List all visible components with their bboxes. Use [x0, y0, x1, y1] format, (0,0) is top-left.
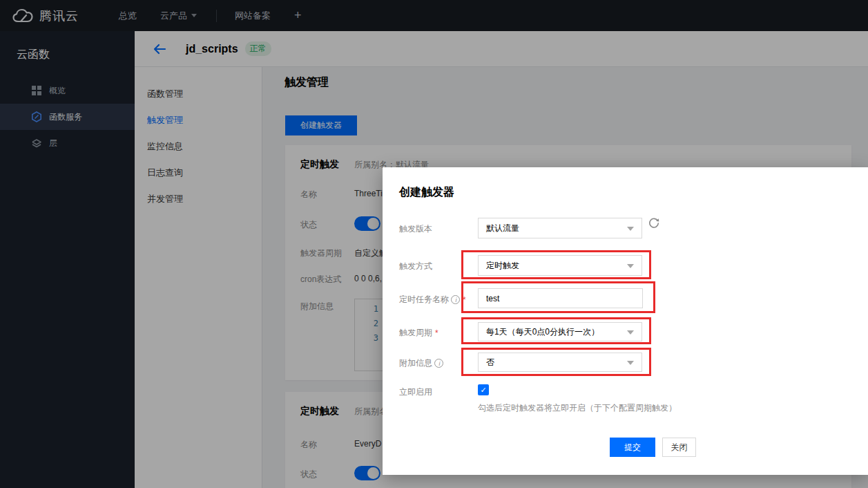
- extra-info-label: 附加信息: [399, 357, 443, 369]
- trigger-version-label: 触发版本: [399, 223, 432, 235]
- modal-title: 创建触发器: [399, 185, 454, 200]
- task-name-label: 定时任务名称 *: [399, 294, 466, 306]
- trigger-method-select[interactable]: 定时触发: [478, 255, 642, 276]
- trigger-period-select[interactable]: 每1天（每天0点0分执行一次）: [478, 322, 642, 341]
- required-asterisk: *: [435, 328, 438, 338]
- chevron-down-icon: [627, 227, 634, 231]
- enable-now-label: 立即启用: [399, 386, 432, 398]
- info-icon: [434, 359, 443, 368]
- task-name-input[interactable]: [478, 288, 643, 308]
- trigger-period-label: 触发周期 *: [399, 327, 438, 339]
- chevron-down-icon: [627, 264, 634, 268]
- enable-now-helper-text: 勾选后定时触发器将立即开启（于下个配置周期触发）: [478, 402, 677, 414]
- tencent-cloud-console: 腾讯云 总览 云产品 网站备案 + 云函数 概览 函数服务: [0, 0, 868, 488]
- chevron-down-icon: [627, 361, 634, 365]
- required-asterisk: *: [463, 295, 466, 305]
- enable-now-checkbox-checked[interactable]: ✓: [478, 384, 489, 395]
- extra-info-select[interactable]: 否: [478, 353, 642, 372]
- close-button[interactable]: 关闭: [662, 438, 696, 457]
- chevron-down-icon: [627, 330, 634, 335]
- refresh-icon[interactable]: [648, 217, 660, 229]
- info-icon: [451, 295, 460, 304]
- create-trigger-modal: 创建触发器 触发版本 默认流量 触发方式 定时触发 定时任务名称 * 触发周期 …: [383, 167, 868, 475]
- trigger-method-label: 触发方式: [399, 261, 432, 272]
- submit-button[interactable]: 提交: [610, 438, 655, 457]
- trigger-version-select[interactable]: 默认流量: [478, 218, 642, 238]
